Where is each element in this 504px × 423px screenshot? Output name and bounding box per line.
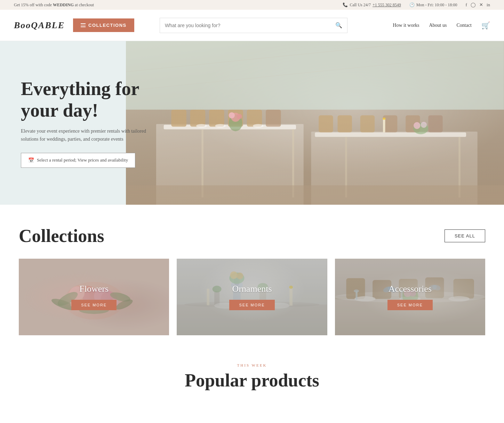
top-bar: Get 15% off with code WEDDING at checkou… (0, 0, 504, 10)
clock-icon: 🕐 (409, 2, 415, 8)
collection-card-flowers[interactable]: Flowers SEE MORE (19, 259, 169, 335)
nav-about-us[interactable]: About us (429, 23, 447, 28)
search-bar: 🔍 (160, 18, 347, 33)
svg-point-22 (231, 113, 240, 122)
logo[interactable]: BooQABLE (14, 20, 65, 31)
svg-rect-3 (292, 129, 294, 197)
svg-rect-35 (126, 185, 504, 205)
card-flowers-overlay: Flowers SEE MORE (19, 259, 169, 335)
x-icon[interactable]: ✕ (479, 2, 483, 8)
svg-rect-13 (247, 110, 262, 127)
svg-point-21 (229, 115, 242, 131)
hero-section: Everything for your day! Elevate your ev… (0, 41, 504, 205)
svg-point-32 (421, 122, 427, 128)
collection-card-accessories[interactable]: Accessories SEE MORE (335, 259, 485, 335)
phone-info: 📞 Call Us 24/7 +1 555 302 8549 (343, 2, 401, 8)
facebook-icon[interactable]: f (466, 2, 467, 8)
svg-rect-15 (319, 115, 333, 132)
svg-rect-18 (383, 115, 397, 132)
svg-rect-14 (266, 110, 281, 127)
svg-rect-0 (126, 41, 504, 110)
top-bar-right: 📞 Call Us 24/7 +1 555 302 8549 🕐 Mon - F… (343, 2, 490, 8)
hero-title: Everything for your day! (21, 78, 146, 121)
svg-point-23 (229, 112, 235, 118)
hero-content: Everything for your day! Elevate your ev… (0, 78, 167, 168)
svg-rect-9 (171, 110, 186, 127)
phone-icon: 📞 (343, 2, 348, 8)
card-flowers-see-more[interactable]: SEE MORE (71, 300, 117, 310)
card-flowers-name: Flowers (79, 284, 109, 294)
svg-rect-2 (202, 129, 203, 197)
svg-rect-19 (406, 115, 420, 132)
search-button[interactable]: 🔍 (335, 22, 342, 29)
this-week-label: THIS WEEK (19, 363, 485, 367)
svg-point-29 (383, 118, 386, 120)
hero-subtitle: Elevate your event experience with premi… (21, 127, 146, 143)
svg-point-24 (237, 114, 242, 119)
svg-point-25 (196, 124, 207, 128)
collection-cards: Flowers SEE MORE (19, 259, 485, 335)
collections-section: Collections SEE ALL (0, 205, 504, 349)
svg-rect-28 (383, 119, 385, 132)
nav-links: How it works About us Contact 🛒 (393, 21, 490, 30)
svg-rect-16 (338, 115, 352, 132)
search-icon: 🔍 (335, 22, 342, 28)
svg-rect-1 (164, 125, 296, 129)
hero-cta-button[interactable]: 📅 Select a rental period; View prices an… (21, 153, 135, 168)
card-accessories-overlay: Accessories SEE MORE (335, 259, 485, 335)
instagram-icon[interactable]: ◯ (471, 2, 476, 8)
svg-rect-11 (209, 110, 224, 127)
card-accessories-name: Accessories (389, 284, 432, 294)
hero-scene-svg (126, 41, 504, 205)
linkedin-icon[interactable]: in (487, 2, 490, 8)
svg-point-30 (413, 123, 428, 134)
this-week-section: THIS WEEK Popular products (0, 349, 504, 398)
card-accessories-see-more[interactable]: SEE MORE (387, 300, 433, 310)
burger-icon (81, 23, 86, 27)
social-icons: f ◯ ✕ in (466, 2, 490, 8)
card-ornaments-see-more[interactable]: SEE MORE (229, 300, 274, 310)
calendar-icon: 📅 (28, 157, 34, 163)
phone-number[interactable]: +1 555 302 8549 (373, 2, 401, 8)
collections-button[interactable]: COLLECTIONS (73, 18, 134, 32)
card-ornaments-name: Ornaments (232, 284, 272, 294)
cart-icon[interactable]: 🛒 (481, 21, 490, 30)
hours-info: 🕐 Mon - Fri: 10:00 - 18:00 (409, 2, 457, 8)
svg-rect-20 (429, 115, 443, 132)
svg-rect-17 (360, 115, 375, 132)
card-ornaments-overlay: Ornaments SEE MORE (177, 259, 327, 335)
this-week-title: Popular products (19, 370, 485, 391)
svg-rect-5 (345, 137, 347, 197)
nav-how-it-works[interactable]: How it works (393, 23, 419, 28)
collections-title: Collections (19, 226, 104, 246)
svg-rect-8 (311, 132, 478, 205)
search-input[interactable] (165, 23, 335, 28)
promo-text: Get 15% off with code WEDDING at checkou… (14, 2, 94, 8)
svg-rect-10 (190, 110, 205, 127)
svg-rect-6 (459, 137, 461, 197)
svg-rect-7 (156, 124, 304, 205)
collections-header: Collections SEE ALL (19, 226, 485, 246)
hero-background-image (126, 41, 504, 205)
header: BooQABLE COLLECTIONS 🔍 How it works Abou… (0, 10, 504, 41)
svg-point-31 (414, 122, 421, 129)
collection-card-ornaments[interactable]: Ornaments SEE MORE (177, 259, 327, 335)
svg-rect-12 (228, 110, 243, 127)
nav-contact[interactable]: Contact (456, 23, 472, 28)
svg-point-26 (215, 124, 226, 128)
svg-rect-4 (315, 132, 466, 137)
svg-point-27 (253, 124, 263, 128)
see-all-button[interactable]: SEE ALL (445, 229, 485, 242)
